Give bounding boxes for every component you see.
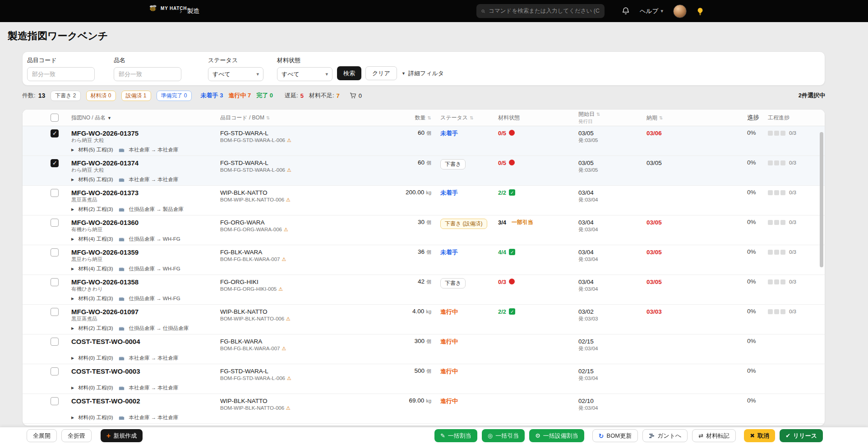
column-header-start[interactable]: 開始日⇅ 発行日 <box>575 110 643 125</box>
item-code-input[interactable] <box>27 67 95 81</box>
bulk-assign-button[interactable]: ✎ 一括割当 <box>434 429 477 442</box>
table-row[interactable]: WIP-STD-NATTO⚠ 02/10 <box>23 424 825 426</box>
row-detail[interactable]: ▶ 材料(0) 工程(0) 本社倉庫 → 本社倉庫 <box>23 382 825 394</box>
table-scrollbar[interactable] <box>820 132 823 267</box>
row-detail[interactable]: ▶ 材料(2) 工程(3) 仕掛品倉庫 → 仕掛品倉庫 <box>23 323 825 334</box>
table-row[interactable]: MFG-WO-2026-01375わら納豆 大粒 FG-STD-WARA-LBO… <box>23 126 825 156</box>
filter-panel: 品目コード 品名 ステータス すべて ▾ 材料状態 すべて ▾ 検索 クリア ▼… <box>22 51 825 86</box>
row-checkbox[interactable] <box>51 338 59 346</box>
table-row[interactable]: COST-TEST-WO-0002 WIP-BLK-NATTOBOM-WIP-B… <box>23 394 825 424</box>
row-checkbox[interactable] <box>51 129 59 137</box>
expand-icon[interactable]: ▶ <box>71 207 74 211</box>
clear-button[interactable]: クリア <box>365 66 397 80</box>
breadcrumb-separator: › <box>180 7 182 15</box>
search-icon <box>481 8 485 14</box>
cart-icon <box>350 92 356 99</box>
collapse-all-button[interactable]: 全折畳 <box>61 429 92 442</box>
bom-update-button[interactable]: ↻ BOM更新 <box>592 429 638 442</box>
row-checkbox[interactable] <box>51 367 59 375</box>
table-row[interactable]: MFG-WO-2026-01360有機わら納豆 FG-ORG-WARABOM-F… <box>23 215 825 245</box>
row-checkbox[interactable] <box>51 159 59 167</box>
quantity: 60個 <box>392 156 437 166</box>
column-header-qty[interactable]: 数量⇅ <box>392 114 437 122</box>
sort-icon: ⇅ <box>266 115 270 120</box>
row-checkbox[interactable] <box>51 278 59 286</box>
table-row[interactable]: COST-TEST-WO-0003 FG-STD-WARA-LBOM-FG-ST… <box>23 364 825 394</box>
create-new-button[interactable]: + 新規作成 <box>101 429 143 442</box>
row-checkbox[interactable] <box>51 308 59 316</box>
order-number: MFG-WO-2026-01373 <box>71 189 211 197</box>
warehouse-icon <box>119 147 125 152</box>
row-detail[interactable]: ▶ 材料(5) 工程(3) 本社倉庫 → 本社倉庫 <box>23 174 825 185</box>
column-header-order[interactable]: 指図NO / 品名▼ <box>62 114 211 122</box>
summary-bar: 件数: 13 下書き 2 材料済 0 設備済 1 準備完了 0 未着手 3 進行… <box>22 90 825 101</box>
filter-pill-equipment-done[interactable]: 設備済 1 <box>121 91 151 101</box>
row-checkbox[interactable] <box>51 248 59 256</box>
material-status-icon <box>509 160 515 165</box>
row-checkbox[interactable] <box>51 219 59 227</box>
row-checkbox[interactable] <box>51 189 59 197</box>
expand-icon[interactable]: ▶ <box>71 297 74 301</box>
row-detail[interactable]: ▶ 材料(3) 工程(3) 仕掛品倉庫 → WH-FG <box>23 293 825 304</box>
help-menu[interactable]: ヘルプ ▾ <box>640 7 663 15</box>
warehouse-icon <box>119 266 125 271</box>
status-select[interactable]: すべて ▾ <box>208 67 263 81</box>
table-row[interactable]: MFG-WO-2026-01374わら納豆 大粒 FG-STD-WARA-LBO… <box>23 156 825 186</box>
material-status-icon <box>509 308 515 315</box>
filter-pill-draft[interactable]: 下書き 2 <box>51 91 80 101</box>
expand-icon[interactable]: ▶ <box>71 386 74 390</box>
select-all-checkbox[interactable] <box>51 114 59 122</box>
release-button[interactable]: ✔ リリース <box>780 429 823 442</box>
warning-icon: ⚠ <box>286 405 291 411</box>
column-header-due[interactable]: 納期⇅ <box>643 114 743 122</box>
pencil-icon: ✎ <box>440 432 445 439</box>
warehouse-icon <box>119 356 125 361</box>
bulk-reserve-button[interactable]: ◎ 一括引当 <box>482 429 525 442</box>
item-name: 黒豆わら納豆 <box>71 256 211 262</box>
search-button[interactable]: 検索 <box>337 66 361 80</box>
table-row[interactable]: MFG-WO-2026-01358有機ひきわり FG-ORG-HIKIBOM-F… <box>23 275 825 305</box>
command-search-input[interactable]: コマンドを検索または入力してください (C <box>476 4 605 18</box>
item-code: FG-BLK-WARA <box>220 248 392 256</box>
expand-icon[interactable]: ▶ <box>71 416 74 420</box>
expand-icon[interactable]: ▶ <box>71 267 74 271</box>
expand-icon[interactable]: ▶ <box>71 148 74 152</box>
table-row[interactable]: COST-TEST-WO-0004 FG-BLK-WARABOM-FG-BLK-… <box>23 334 825 364</box>
row-detail[interactable]: ▶ 材料(5) 工程(3) 本社倉庫 → 本社倉庫 <box>23 144 825 156</box>
plus-icon: + <box>106 432 111 439</box>
column-header-material[interactable]: 材料状態 <box>494 114 575 122</box>
advanced-filter-toggle[interactable]: ▼ 詳細フィルタ <box>402 69 444 78</box>
filter-pill-ready[interactable]: 準備完了 0 <box>157 91 192 101</box>
expand-all-button[interactable]: 全展開 <box>27 429 57 442</box>
material-posting-button[interactable]: ⇄ 材料転記 <box>692 429 736 442</box>
quantity: 200.00kg <box>392 186 437 196</box>
table-row[interactable]: MFG-WO-2026-01373黒豆蒸煮品 WIP-BLK-NATTOBOM-… <box>23 186 825 215</box>
row-detail[interactable]: ▶ 材料(4) 工程(3) 仕掛品倉庫 → WH-FG <box>23 263 825 275</box>
lightbulb-icon[interactable] <box>697 7 704 15</box>
start-date: 03/04発:03/04 <box>575 215 643 233</box>
row-detail[interactable]: ▶ 材料(2) 工程(3) 仕掛品倉庫 → 製品倉庫 <box>23 204 825 215</box>
expand-icon[interactable]: ▶ <box>71 326 74 330</box>
row-detail[interactable]: ▶ 材料(4) 工程(3) 仕掛品倉庫 → WH-FG <box>23 233 825 245</box>
topbar-actions: ヘルプ ▾ <box>622 0 704 22</box>
column-header-code[interactable]: 品目コード / BOM⇅ <box>211 114 392 122</box>
expand-icon[interactable]: ▶ <box>71 178 74 182</box>
breadcrumb-current[interactable]: 製造 <box>187 7 199 15</box>
row-checkbox[interactable] <box>51 397 59 405</box>
row-detail[interactable]: ▶ 材料(0) 工程(0) 本社倉庫 → 本社倉庫 <box>23 412 825 423</box>
gantt-button[interactable]: ガントへ <box>642 429 688 442</box>
count-value: 13 <box>38 92 46 99</box>
expand-icon[interactable]: ▶ <box>71 356 74 360</box>
item-name-input[interactable] <box>114 67 181 81</box>
material-select[interactable]: すべて ▾ <box>277 67 332 81</box>
user-avatar[interactable] <box>673 5 687 18</box>
cancel-button[interactable]: ✖ 取消 <box>744 429 775 442</box>
notification-bell-icon[interactable] <box>622 7 630 15</box>
table-row[interactable]: MFG-WO-2026-01359黒豆わら納豆 FG-BLK-WARABOM-F… <box>23 245 825 275</box>
expand-icon[interactable]: ▶ <box>71 237 74 241</box>
bulk-equipment-assign-button[interactable]: ⚙ 一括設備割当 <box>529 429 584 442</box>
table-row[interactable]: MFG-WO-2026-01097黒豆蒸煮品 WIP-BLK-NATTOBOM-… <box>23 305 825 334</box>
row-detail[interactable]: ▶ 材料(0) 工程(0) 本社倉庫 → 本社倉庫 <box>23 352 825 364</box>
column-header-status[interactable]: ステータス⇅ <box>437 114 494 122</box>
filter-pill-material-done[interactable]: 材料済 0 <box>86 91 116 101</box>
